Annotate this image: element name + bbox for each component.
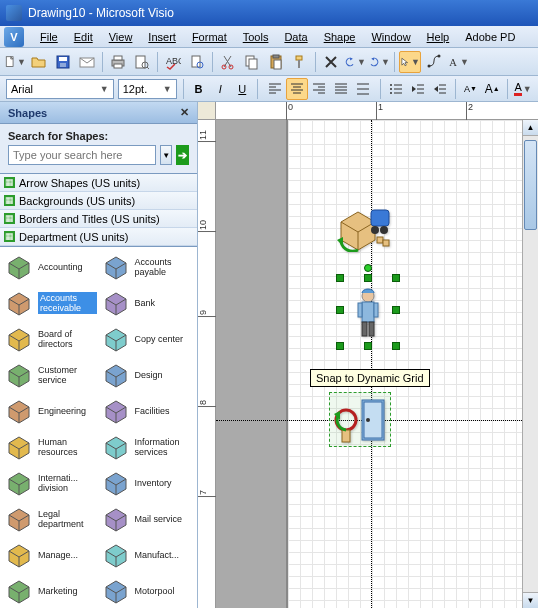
paste-button[interactable] <box>265 51 287 73</box>
shape-thumb-icon <box>4 540 34 570</box>
undo-button[interactable]: ▼ <box>344 51 366 73</box>
stencil-item[interactable]: ▦Borders and Titles (US units) <box>0 210 197 228</box>
shape-item[interactable]: Marketing <box>2 573 99 608</box>
pointer-tool-button[interactable]: ▼ <box>399 51 421 73</box>
menu-adobe[interactable]: Adobe PD <box>457 29 523 45</box>
svg-rect-20 <box>274 60 281 69</box>
print-preview-button[interactable] <box>131 51 153 73</box>
scroll-down-icon[interactable]: ▼ <box>523 592 538 608</box>
decrease-indent-button[interactable] <box>409 78 427 100</box>
search-dropdown-icon[interactable]: ▼ <box>160 145 172 165</box>
shape-item[interactable]: Bank <box>99 285 196 321</box>
resize-handle[interactable] <box>392 274 400 282</box>
stencil-item[interactable]: ▦Backgrounds (US units) <box>0 192 197 210</box>
menu-format[interactable]: Format <box>184 29 235 45</box>
delete-button[interactable] <box>320 51 342 73</box>
email-button[interactable] <box>76 51 98 73</box>
distribute-button[interactable] <box>352 78 374 100</box>
vertical-ruler[interactable]: 1110987 <box>198 120 216 608</box>
spelling-button[interactable]: ABC <box>162 51 184 73</box>
search-input[interactable] <box>8 145 156 165</box>
cut-button[interactable] <box>217 51 239 73</box>
shape-item[interactable]: Accounts payable <box>99 249 196 285</box>
shape-item[interactable]: Human resources <box>2 429 99 465</box>
stencil-item[interactable]: ▦Department (US units) <box>0 228 197 246</box>
canvas-shape-bank-dragging[interactable] <box>332 394 390 448</box>
resize-handle[interactable] <box>336 342 344 350</box>
font-size-combo[interactable]: 12pt.▼ <box>118 79 177 99</box>
resize-handle[interactable] <box>336 306 344 314</box>
open-button[interactable] <box>28 51 50 73</box>
shape-item[interactable]: Accounting <box>2 249 99 285</box>
underline-button[interactable]: U <box>233 78 251 100</box>
font-color-button[interactable]: A▼ <box>514 78 532 100</box>
shape-thumb-icon <box>4 576 34 606</box>
title-bar: Drawing10 - Microsoft Visio <box>0 0 538 26</box>
menu-file[interactable]: File <box>32 29 66 45</box>
menu-shape[interactable]: Shape <box>316 29 364 45</box>
print-button[interactable] <box>107 51 129 73</box>
shape-item[interactable]: Mail service <box>99 501 196 537</box>
shape-item[interactable]: Design <box>99 357 196 393</box>
increase-font-button[interactable]: A▲ <box>483 78 501 100</box>
align-justify-button[interactable] <box>330 78 352 100</box>
menu-edit[interactable]: Edit <box>66 29 101 45</box>
decrease-font-button[interactable]: A▼ <box>461 78 479 100</box>
shape-item[interactable]: Manage... <box>2 537 99 573</box>
shape-item[interactable]: Engineering <box>2 393 99 429</box>
shape-item[interactable]: Information services <box>99 429 196 465</box>
svg-rect-17 <box>249 59 257 69</box>
visio-logo-icon[interactable]: V <box>4 27 24 47</box>
shape-label: Accounts receivable <box>38 292 97 315</box>
vertical-scrollbar[interactable]: ▲ ▼ <box>522 120 538 608</box>
italic-button[interactable]: I <box>211 78 229 100</box>
close-icon[interactable]: ✕ <box>180 106 189 119</box>
search-go-button[interactable]: ➔ <box>176 145 189 165</box>
resize-handle[interactable] <box>392 342 400 350</box>
menu-window[interactable]: Window <box>363 29 418 45</box>
menu-insert[interactable]: Insert <box>140 29 184 45</box>
shape-item[interactable]: Accounts receivable <box>2 285 99 321</box>
shape-item[interactable]: Manufact... <box>99 537 196 573</box>
font-name-combo[interactable]: Arial▼ <box>6 79 114 99</box>
horizontal-ruler[interactable]: 0123 <box>216 102 538 120</box>
shape-item[interactable]: Copy center <box>99 321 196 357</box>
menu-view[interactable]: View <box>101 29 141 45</box>
shape-item[interactable]: Legal department <box>2 501 99 537</box>
resize-handle[interactable] <box>392 306 400 314</box>
shape-label: Copy center <box>135 334 194 344</box>
selection-handles[interactable] <box>340 278 396 346</box>
align-right-button[interactable] <box>308 78 330 100</box>
shape-item[interactable]: Internati... division <box>2 465 99 501</box>
new-button[interactable]: ▼ <box>4 51 26 73</box>
format-painter-button[interactable] <box>289 51 311 73</box>
bullets-button[interactable] <box>387 78 405 100</box>
scroll-up-icon[interactable]: ▲ <box>523 120 538 136</box>
shape-item[interactable]: Customer service <box>2 357 99 393</box>
resize-handle[interactable] <box>364 274 372 282</box>
align-center-button[interactable] <box>286 78 308 100</box>
shape-item[interactable]: Inventory <box>99 465 196 501</box>
menu-data[interactable]: Data <box>276 29 315 45</box>
shape-item[interactable]: Motorpool <box>99 573 196 608</box>
shape-item[interactable]: Facilities <box>99 393 196 429</box>
menu-tools[interactable]: Tools <box>235 29 277 45</box>
drawing-canvas[interactable]: Snap to Dynamic Grid <box>216 120 538 608</box>
redo-button[interactable]: ▼ <box>368 51 390 73</box>
bold-button[interactable]: B <box>189 78 207 100</box>
canvas-shape-inventory[interactable] <box>333 202 393 254</box>
text-tool-button[interactable]: A▼ <box>447 51 469 73</box>
scroll-thumb[interactable] <box>524 140 537 230</box>
save-button[interactable] <box>52 51 74 73</box>
rotation-handle[interactable] <box>364 264 372 272</box>
resize-handle[interactable] <box>336 274 344 282</box>
stencil-item[interactable]: ▦Arrow Shapes (US units) <box>0 174 197 192</box>
shape-item[interactable]: Board of directors <box>2 321 99 357</box>
align-left-button[interactable] <box>264 78 286 100</box>
copy-button[interactable] <box>241 51 263 73</box>
menu-help[interactable]: Help <box>419 29 458 45</box>
connector-tool-button[interactable] <box>423 51 445 73</box>
increase-indent-button[interactable] <box>431 78 449 100</box>
resize-handle[interactable] <box>364 342 372 350</box>
research-button[interactable] <box>186 51 208 73</box>
